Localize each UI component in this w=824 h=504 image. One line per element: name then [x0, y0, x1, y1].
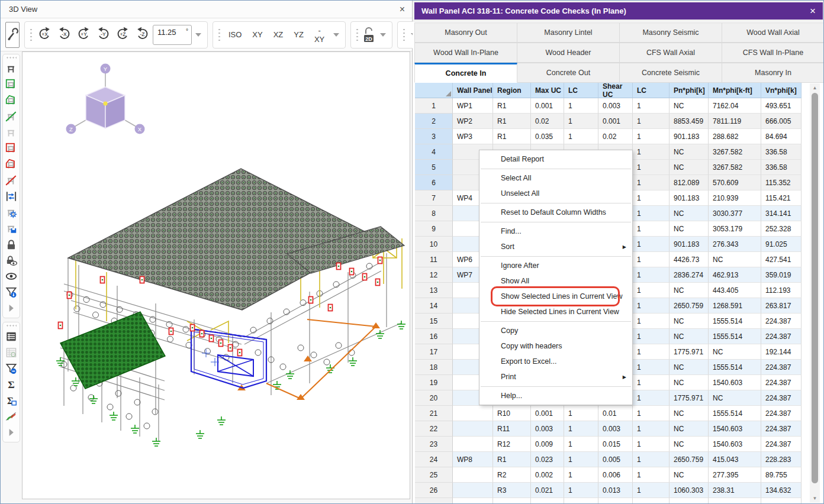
table-cell[interactable]: 1: [633, 437, 670, 452]
table-cell[interactable]: 901.183: [670, 237, 709, 252]
table-cell[interactable]: R12: [493, 437, 531, 452]
view-xz-button[interactable]: XZ: [268, 24, 289, 46]
table-cell[interactable]: 462.913: [709, 267, 761, 283]
scroll-up-icon[interactable]: ▲: [810, 83, 820, 92]
menu-item-unselect-all[interactable]: Unselect All: [479, 186, 632, 201]
table-cell[interactable]: NC: [709, 252, 761, 267]
table-cell[interactable]: 415.043: [709, 452, 761, 467]
table-cell[interactable]: 91.025: [761, 237, 802, 252]
results-filter-icon[interactable]: [3, 360, 20, 376]
table-cell[interactable]: [453, 406, 493, 421]
table-cell[interactable]: [453, 421, 493, 437]
table-cell[interactable]: 1: [633, 221, 670, 237]
rotate-plus-y-button[interactable]: +Y: [74, 25, 94, 45]
menu-item-help[interactable]: Help...: [479, 388, 632, 403]
table-cell[interactable]: 4426.73: [670, 252, 709, 267]
table-cell[interactable]: 1: [633, 114, 670, 129]
saved-selections-icon[interactable]: [3, 220, 20, 236]
table-cell[interactable]: 224.387: [761, 437, 802, 452]
group-grip-icon[interactable]: [218, 28, 221, 42]
table-cell[interactable]: NC: [670, 221, 709, 237]
row-number[interactable]: 12: [415, 267, 453, 283]
table-cell[interactable]: NC: [709, 390, 761, 406]
table-cell[interactable]: 0.001: [531, 406, 564, 421]
column-header-pn-phi-k-7[interactable]: Pn*phi[k]: [670, 83, 709, 98]
sum-single-lc-icon[interactable]: Σ: [3, 392, 20, 408]
table-cell[interactable]: R1: [493, 98, 531, 114]
table-cell[interactable]: 224.387: [761, 314, 802, 329]
view-xy-button[interactable]: XY: [247, 24, 268, 46]
lock-unselected-icon[interactable]: [3, 236, 20, 252]
table-cell[interactable]: NC: [670, 283, 709, 298]
table-cell[interactable]: 0.015: [598, 437, 633, 452]
table-cell[interactable]: 1775.971: [670, 344, 709, 360]
table-cell[interactable]: 89.755: [761, 467, 802, 483]
tab-cfs-wall-axial[interactable]: CFS Wall Axial: [620, 43, 722, 63]
close-3d-view-button[interactable]: ×: [400, 5, 405, 14]
box-unselect-icon[interactable]: [3, 140, 20, 156]
tab-wood-wall-in-plane[interactable]: Wood Wall In-Plane: [414, 43, 517, 63]
table-cell[interactable]: R1: [493, 129, 531, 144]
table-cell[interactable]: 263.817: [761, 298, 802, 314]
table-cell[interactable]: NC: [670, 144, 709, 160]
tab-concrete-seismic[interactable]: Concrete Seismic: [620, 63, 722, 83]
table-cell[interactable]: 1: [633, 129, 670, 144]
table-cell[interactable]: R2: [493, 467, 531, 483]
row-number[interactable]: 20: [415, 390, 453, 406]
close-code-check-button[interactable]: ×: [810, 6, 816, 16]
table-cell[interactable]: 336.58: [761, 144, 802, 160]
table-cell[interactable]: 224.387: [761, 375, 802, 390]
table-cell[interactable]: 901.183: [670, 190, 709, 206]
group-grip-icon[interactable]: [6, 56, 17, 59]
table-cell[interactable]: 0.006: [598, 467, 633, 483]
table-cell[interactable]: 1: [633, 360, 670, 375]
menu-item-reset-to-default-column-widths[interactable]: Reset to Default Column Widths: [479, 205, 632, 220]
table-cell[interactable]: 1: [633, 406, 670, 421]
table-cell[interactable]: 8853.459: [670, 114, 709, 129]
table-cell[interactable]: 570.609: [709, 175, 761, 190]
table-cell[interactable]: NC: [670, 206, 709, 221]
table-cell[interactable]: NC: [670, 406, 709, 421]
table-cell[interactable]: 228.283: [761, 452, 802, 467]
tab-wood-header[interactable]: Wood Header: [517, 43, 620, 63]
table-cell[interactable]: WP2: [453, 114, 493, 129]
table-cell[interactable]: 0.003: [598, 421, 633, 437]
table-cell[interactable]: [453, 483, 493, 498]
table-cell[interactable]: WP1: [453, 98, 493, 114]
table-cell[interactable]: 0.003: [598, 98, 633, 114]
table-cell[interactable]: 1: [633, 467, 670, 483]
table-cell[interactable]: 1555.514: [709, 406, 761, 421]
table-cell[interactable]: 1: [564, 437, 598, 452]
table-cell[interactable]: 1: [633, 206, 670, 221]
row-number[interactable]: 25: [415, 467, 453, 483]
table-cell[interactable]: NC: [670, 329, 709, 344]
row-number[interactable]: 17: [415, 344, 453, 360]
row-number[interactable]: 23: [415, 437, 453, 452]
view-yz-button[interactable]: YZ: [288, 24, 309, 46]
table-cell[interactable]: NC: [670, 98, 709, 114]
table-cell[interactable]: 115.352: [761, 175, 802, 190]
table-cell[interactable]: 1: [564, 483, 598, 498]
table-cell[interactable]: 2650.759: [670, 298, 709, 314]
tab-cfs-wall-in-plane[interactable]: CFS Wall In-Plane: [722, 43, 824, 63]
rotation-angle-input[interactable]: [157, 28, 181, 37]
table-cell[interactable]: 115.421: [761, 190, 802, 206]
table-cell[interactable]: 0.005: [598, 452, 633, 467]
table-cell[interactable]: NC: [670, 314, 709, 329]
table-cell[interactable]: 1: [633, 452, 670, 467]
table-cell[interactable]: 1: [633, 160, 670, 175]
row-number[interactable]: 26: [415, 483, 453, 498]
menu-item-hide-selected-lines-in-current-view[interactable]: Hide Selected Lines in Current View: [479, 304, 632, 319]
table-cell[interactable]: 1: [564, 129, 598, 144]
table-cell[interactable]: 2836.274: [670, 267, 709, 283]
table-cell[interactable]: 210.939: [709, 190, 761, 206]
table-cell[interactable]: 1: [633, 283, 670, 298]
group-grip-icon[interactable]: [403, 28, 405, 42]
table-cell[interactable]: [453, 437, 493, 452]
row-number[interactable]: 7: [415, 190, 453, 206]
column-header-lc-4[interactable]: LC: [564, 83, 598, 98]
menu-item-select-all[interactable]: Select All: [479, 170, 632, 186]
table-cell[interactable]: 1: [633, 267, 670, 283]
row-number[interactable]: 4: [415, 144, 453, 160]
table-cell[interactable]: 901.183: [670, 129, 709, 144]
